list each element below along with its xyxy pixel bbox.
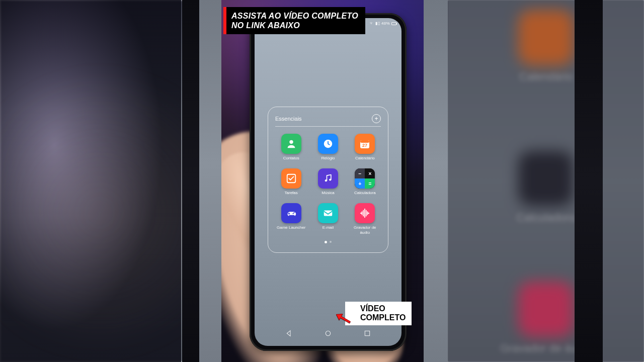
folder-grid: ContatosRelógio27CalendárioTarefasMúsica… xyxy=(275,134,381,235)
app-música[interactable]: Música xyxy=(312,168,344,195)
background-gutter-right xyxy=(424,0,448,362)
background-gutter-left xyxy=(199,0,221,362)
app-e-mail[interactable]: E-mail xyxy=(312,203,344,234)
wifi-icon: ᯤ xyxy=(370,21,374,26)
mail-icon xyxy=(318,203,338,223)
background-bezel-left xyxy=(182,0,199,362)
red-arrow-icon xyxy=(334,309,355,332)
bg-right-icon-0 xyxy=(518,10,574,65)
battery-icon xyxy=(391,22,396,25)
phone-screen: ᯤ ▮▯ 48% Essenciais + ContatosRelógio27C… xyxy=(255,18,401,346)
background-right-zoom: CalendárioCalculadoraGravador de áudio xyxy=(448,0,644,362)
android-navbar xyxy=(255,325,401,342)
nav-recent-button[interactable] xyxy=(363,329,372,338)
bg-right-icon-2 xyxy=(518,282,574,337)
battery-text: 48% xyxy=(381,21,390,26)
app-label: Música xyxy=(321,191,334,195)
bg-right-label-1: Calculadora xyxy=(516,211,575,224)
phone-body: ᯤ ▮▯ 48% Essenciais + ContatosRelógio27C… xyxy=(250,13,407,351)
svg-point-7 xyxy=(329,179,331,181)
status-bar: ᯤ ▮▯ 48% xyxy=(370,21,396,26)
bg-right-icon-1 xyxy=(518,151,574,206)
page-dot-active xyxy=(325,241,327,243)
clock-icon xyxy=(318,134,338,154)
app-label: Calendário xyxy=(355,156,375,160)
app-label: Contatos xyxy=(283,156,299,160)
app-label: Gravador de áudio xyxy=(350,225,380,234)
svg-point-0 xyxy=(289,140,293,144)
app-tarefas[interactable]: Tarefas xyxy=(275,168,307,195)
app-gravador-de-áudio[interactable]: Gravador de áudio xyxy=(349,203,381,234)
app-calendário[interactable]: 27Calendário xyxy=(349,134,381,160)
svg-point-6 xyxy=(325,179,327,182)
nav-back-button[interactable] xyxy=(285,329,294,338)
app-label: Calculadora xyxy=(354,191,376,195)
square-recent-icon xyxy=(363,329,371,337)
page-dots xyxy=(275,241,381,243)
top-cta-line1: ASSISTA AO VÍDEO COMPLETO xyxy=(231,11,358,21)
check-icon xyxy=(281,168,301,189)
top-cta-line2: NO LINK ABAIXO xyxy=(231,21,358,30)
svg-text:27: 27 xyxy=(362,143,367,148)
top-cta-banner: ASSISTA AO VÍDEO COMPLETO NO LINK ABAIXO xyxy=(223,7,365,34)
app-relógio[interactable]: Relógio xyxy=(312,134,344,160)
svg-point-11 xyxy=(326,331,330,335)
signal-icon: ▮▯ xyxy=(375,21,380,26)
app-label: Game Launcher xyxy=(277,225,305,230)
folder-header: Essenciais + xyxy=(275,114,381,127)
circle-home-icon xyxy=(324,329,332,337)
wave-icon xyxy=(355,203,375,223)
background-bezel-right xyxy=(575,0,603,362)
app-label: Tarefas xyxy=(285,191,298,195)
nav-home-button[interactable] xyxy=(324,329,333,338)
triangle-back-icon xyxy=(285,329,293,337)
app-contatos[interactable]: Contatos xyxy=(275,134,307,160)
svg-rect-10 xyxy=(324,211,333,216)
calc-icon: −×+= xyxy=(355,168,375,189)
page-dot xyxy=(330,241,332,243)
calendar-icon: 27 xyxy=(355,134,375,154)
music-icon xyxy=(318,168,338,189)
folder-essenciais[interactable]: Essenciais + ContatosRelógio27Calendário… xyxy=(268,107,388,253)
gamepad-icon xyxy=(281,203,301,223)
folder-title: Essenciais xyxy=(275,116,302,122)
svg-point-9 xyxy=(293,212,294,213)
app-calculadora[interactable]: −×+=Calculadora xyxy=(349,168,381,195)
person-icon xyxy=(281,134,301,154)
app-label: E-mail xyxy=(323,225,334,230)
add-app-button[interactable]: + xyxy=(372,114,381,123)
bg-right-label-0: Calendário xyxy=(519,70,573,83)
app-label: Relógio xyxy=(321,156,335,160)
bottom-cta-line2: COMPLETO xyxy=(360,313,406,322)
app-game-launcher[interactable]: Game Launcher xyxy=(275,203,307,234)
plus-icon: + xyxy=(374,116,378,122)
bottom-cta-line1: VÍDEO xyxy=(360,304,406,313)
svg-point-8 xyxy=(292,213,293,214)
svg-rect-12 xyxy=(365,331,369,335)
